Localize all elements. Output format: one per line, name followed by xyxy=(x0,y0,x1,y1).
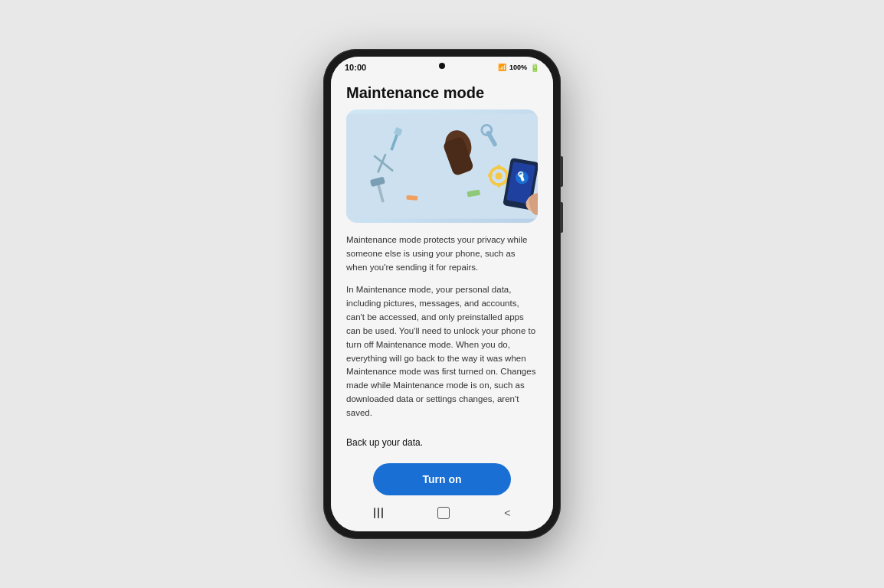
svg-rect-9 xyxy=(497,165,500,169)
home-icon xyxy=(437,507,450,519)
wifi-icon: 📶 xyxy=(498,64,506,71)
phone-screen: 10:00 📶 100% 🔋 Maintenance mode xyxy=(331,57,553,531)
description-section: Maintenance mode protects your privacy w… xyxy=(331,234,553,420)
home-button[interactable] xyxy=(430,504,457,522)
phone-device: 10:00 📶 100% 🔋 Maintenance mode xyxy=(323,49,561,539)
svg-point-8 xyxy=(495,172,502,179)
power-button[interactable] xyxy=(561,156,563,187)
maintenance-illustration xyxy=(346,109,538,223)
battery-label: 100% xyxy=(509,64,527,71)
recent-apps-icon xyxy=(374,508,383,518)
backup-text: Back up your data. xyxy=(331,430,553,456)
volume-button[interactable] xyxy=(561,202,563,233)
front-camera xyxy=(439,63,445,69)
content-area: Maintenance mode xyxy=(331,75,553,498)
svg-rect-10 xyxy=(497,183,500,188)
description-text-1: Maintenance mode protects your privacy w… xyxy=(346,234,538,274)
battery-icon: 🔋 xyxy=(530,64,539,72)
recent-apps-button[interactable] xyxy=(366,505,391,521)
back-button[interactable]: < xyxy=(496,504,518,522)
button-area: Turn on xyxy=(331,456,553,498)
description-text-2: In Maintenance mode, your personal data,… xyxy=(346,283,538,420)
status-time: 10:00 xyxy=(345,63,366,72)
turn-on-button[interactable]: Turn on xyxy=(373,463,511,495)
status-icons: 📶 100% 🔋 xyxy=(498,64,539,72)
page-title: Maintenance mode xyxy=(331,75,553,109)
status-bar: 10:00 📶 100% 🔋 xyxy=(331,57,553,75)
navigation-bar: < xyxy=(331,498,553,531)
back-icon: < xyxy=(504,507,510,519)
svg-rect-11 xyxy=(488,174,493,177)
